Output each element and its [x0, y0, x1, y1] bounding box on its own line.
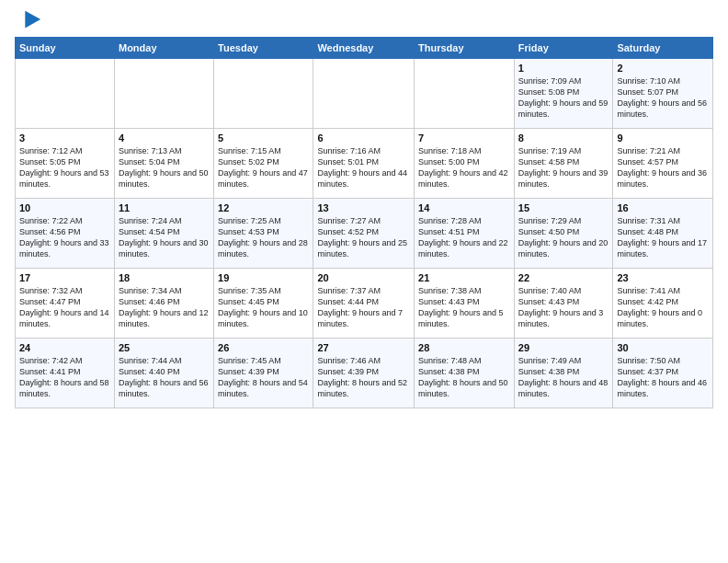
day-info: Sunrise: 7:15 AM Sunset: 5:02 PM Dayligh…	[218, 145, 309, 190]
day-cell: 9Sunrise: 7:21 AM Sunset: 4:57 PM Daylig…	[613, 129, 713, 199]
day-info: Sunrise: 7:18 AM Sunset: 5:00 PM Dayligh…	[418, 145, 510, 190]
day-cell: 6Sunrise: 7:16 AM Sunset: 5:01 PM Daylig…	[313, 129, 415, 199]
day-info: Sunrise: 7:41 AM Sunset: 4:42 PM Dayligh…	[617, 285, 709, 330]
week-row-2: 3Sunrise: 7:12 AM Sunset: 5:05 PM Daylig…	[16, 129, 713, 199]
day-info: Sunrise: 7:31 AM Sunset: 4:48 PM Dayligh…	[617, 215, 709, 260]
day-number: 20	[317, 271, 410, 285]
day-cell	[114, 59, 213, 129]
day-cell: 23Sunrise: 7:41 AM Sunset: 4:42 PM Dayli…	[613, 269, 713, 339]
day-info: Sunrise: 7:34 AM Sunset: 4:46 PM Dayligh…	[119, 285, 210, 330]
day-cell: 3Sunrise: 7:12 AM Sunset: 5:05 PM Daylig…	[16, 129, 115, 199]
header-cell-monday: Monday	[114, 38, 213, 59]
day-cell: 18Sunrise: 7:34 AM Sunset: 4:46 PM Dayli…	[114, 269, 213, 339]
day-cell: 2Sunrise: 7:10 AM Sunset: 5:07 PM Daylig…	[613, 59, 713, 129]
day-cell	[214, 59, 313, 129]
header-cell-friday: Friday	[514, 38, 613, 59]
day-cell: 26Sunrise: 7:45 AM Sunset: 4:39 PM Dayli…	[214, 339, 313, 408]
day-info: Sunrise: 7:09 AM Sunset: 5:08 PM Dayligh…	[518, 75, 609, 121]
day-number: 13	[317, 201, 410, 215]
day-info: Sunrise: 7:40 AM Sunset: 4:43 PM Dayligh…	[518, 285, 609, 330]
day-info: Sunrise: 7:25 AM Sunset: 4:53 PM Dayligh…	[218, 215, 309, 260]
logo	[15, 11, 42, 33]
day-info: Sunrise: 7:50 AM Sunset: 4:37 PM Dayligh…	[617, 355, 709, 400]
day-number: 17	[19, 271, 110, 285]
header-row: SundayMondayTuesdayWednesdayThursdayFrid…	[16, 38, 713, 59]
day-cell: 27Sunrise: 7:46 AM Sunset: 4:39 PM Dayli…	[313, 339, 415, 408]
day-number: 6	[317, 132, 410, 145]
day-cell: 24Sunrise: 7:42 AM Sunset: 4:41 PM Dayli…	[16, 339, 115, 408]
day-info: Sunrise: 7:10 AM Sunset: 5:07 PM Dayligh…	[617, 75, 709, 121]
day-cell: 1Sunrise: 7:09 AM Sunset: 5:08 PM Daylig…	[514, 59, 613, 129]
calendar-table: SundayMondayTuesdayWednesdayThursdayFrid…	[15, 37, 713, 408]
page-container: SundayMondayTuesdayWednesdayThursdayFrid…	[0, 0, 728, 416]
day-number: 25	[119, 341, 210, 355]
day-number: 14	[418, 201, 510, 215]
day-info: Sunrise: 7:29 AM Sunset: 4:50 PM Dayligh…	[518, 215, 609, 260]
day-number: 10	[19, 201, 110, 215]
day-cell: 10Sunrise: 7:22 AM Sunset: 4:56 PM Dayli…	[16, 199, 115, 269]
week-row-4: 17Sunrise: 7:32 AM Sunset: 4:47 PM Dayli…	[16, 269, 713, 339]
day-info: Sunrise: 7:27 AM Sunset: 4:52 PM Dayligh…	[317, 215, 410, 260]
day-info: Sunrise: 7:46 AM Sunset: 4:39 PM Dayligh…	[317, 355, 410, 400]
day-cell: 16Sunrise: 7:31 AM Sunset: 4:48 PM Dayli…	[613, 199, 713, 269]
day-cell: 15Sunrise: 7:29 AM Sunset: 4:50 PM Dayli…	[514, 199, 613, 269]
day-number: 5	[218, 132, 309, 145]
day-info: Sunrise: 7:12 AM Sunset: 5:05 PM Dayligh…	[19, 145, 110, 190]
day-number: 12	[218, 201, 309, 215]
logo-icon	[17, 7, 42, 33]
day-cell: 17Sunrise: 7:32 AM Sunset: 4:47 PM Dayli…	[16, 269, 115, 339]
day-info: Sunrise: 7:22 AM Sunset: 4:56 PM Dayligh…	[19, 215, 110, 260]
day-info: Sunrise: 7:35 AM Sunset: 4:45 PM Dayligh…	[218, 285, 309, 330]
day-number: 3	[19, 132, 110, 145]
day-number: 23	[617, 271, 709, 285]
header-cell-sunday: Sunday	[16, 38, 115, 59]
day-info: Sunrise: 7:24 AM Sunset: 4:54 PM Dayligh…	[119, 215, 210, 260]
day-cell: 29Sunrise: 7:49 AM Sunset: 4:38 PM Dayli…	[514, 339, 613, 408]
day-info: Sunrise: 7:48 AM Sunset: 4:38 PM Dayligh…	[418, 355, 510, 400]
header	[15, 11, 713, 33]
day-number: 19	[218, 271, 309, 285]
day-number: 2	[617, 62, 709, 75]
day-number: 1	[518, 62, 609, 75]
day-info: Sunrise: 7:38 AM Sunset: 4:43 PM Dayligh…	[418, 285, 510, 330]
week-row-1: 1Sunrise: 7:09 AM Sunset: 5:08 PM Daylig…	[16, 59, 713, 129]
day-info: Sunrise: 7:16 AM Sunset: 5:01 PM Dayligh…	[317, 145, 410, 190]
day-cell	[16, 59, 115, 129]
day-cell: 5Sunrise: 7:15 AM Sunset: 5:02 PM Daylig…	[214, 129, 313, 199]
header-cell-wednesday: Wednesday	[313, 38, 415, 59]
day-number: 4	[119, 132, 210, 145]
day-number: 11	[119, 201, 210, 215]
day-number: 8	[518, 132, 609, 145]
day-cell	[415, 59, 515, 129]
day-number: 18	[119, 271, 210, 285]
day-cell: 20Sunrise: 7:37 AM Sunset: 4:44 PM Dayli…	[313, 269, 415, 339]
day-number: 30	[617, 341, 709, 355]
day-cell: 25Sunrise: 7:44 AM Sunset: 4:40 PM Dayli…	[114, 339, 213, 408]
day-number: 27	[317, 341, 410, 355]
svg-marker-0	[25, 11, 40, 29]
day-cell	[313, 59, 415, 129]
day-cell: 22Sunrise: 7:40 AM Sunset: 4:43 PM Dayli…	[514, 269, 613, 339]
day-number: 15	[518, 201, 609, 215]
week-row-3: 10Sunrise: 7:22 AM Sunset: 4:56 PM Dayli…	[16, 199, 713, 269]
day-info: Sunrise: 7:44 AM Sunset: 4:40 PM Dayligh…	[119, 355, 210, 400]
day-cell: 7Sunrise: 7:18 AM Sunset: 5:00 PM Daylig…	[415, 129, 515, 199]
day-cell: 14Sunrise: 7:28 AM Sunset: 4:51 PM Dayli…	[415, 199, 515, 269]
day-number: 24	[19, 341, 110, 355]
day-cell: 12Sunrise: 7:25 AM Sunset: 4:53 PM Dayli…	[214, 199, 313, 269]
day-number: 7	[418, 132, 510, 145]
day-info: Sunrise: 7:21 AM Sunset: 4:57 PM Dayligh…	[617, 145, 709, 190]
day-cell: 13Sunrise: 7:27 AM Sunset: 4:52 PM Dayli…	[313, 199, 415, 269]
day-number: 29	[518, 341, 609, 355]
day-info: Sunrise: 7:49 AM Sunset: 4:38 PM Dayligh…	[518, 355, 609, 400]
header-cell-thursday: Thursday	[415, 38, 515, 59]
day-cell: 30Sunrise: 7:50 AM Sunset: 4:37 PM Dayli…	[613, 339, 713, 408]
day-info: Sunrise: 7:42 AM Sunset: 4:41 PM Dayligh…	[19, 355, 110, 400]
header-cell-saturday: Saturday	[613, 38, 713, 59]
day-number: 16	[617, 201, 709, 215]
day-cell: 19Sunrise: 7:35 AM Sunset: 4:45 PM Dayli…	[214, 269, 313, 339]
day-number: 22	[518, 271, 609, 285]
header-cell-tuesday: Tuesday	[214, 38, 313, 59]
day-info: Sunrise: 7:28 AM Sunset: 4:51 PM Dayligh…	[418, 215, 510, 260]
day-cell: 21Sunrise: 7:38 AM Sunset: 4:43 PM Dayli…	[415, 269, 515, 339]
